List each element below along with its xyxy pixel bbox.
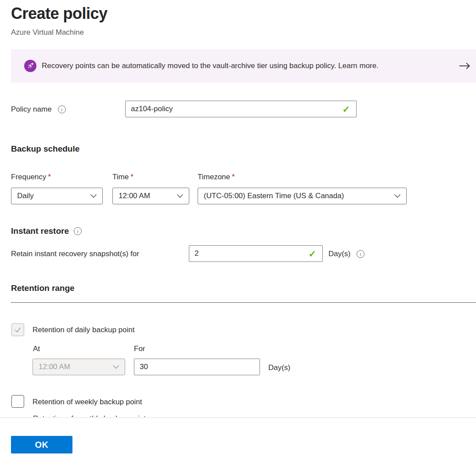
frequency-dropdown[interactable]: Daily — [11, 188, 103, 204]
daily-for-input-wrap — [134, 359, 260, 375]
policy-name-label: Policy name — [11, 105, 52, 114]
footer-bar: OK — [0, 417, 476, 457]
time-dropdown[interactable]: 12:00 AM — [112, 188, 189, 204]
valid-check-icon: ✓ — [342, 105, 356, 114]
at-label: At — [33, 345, 40, 353]
weekly-retention-checkbox[interactable] — [11, 395, 24, 408]
snapshot-days-input-wrap: ✓ — [189, 245, 323, 262]
chevron-down-icon — [177, 194, 184, 198]
frequency-label: Frequency* — [11, 173, 51, 181]
info-icon[interactable]: i — [74, 227, 82, 235]
banner-text: Recovery points can be automatically mov… — [42, 49, 379, 83]
timezone-label: Timezone* — [198, 173, 235, 181]
required-marker: * — [232, 173, 235, 181]
policy-name-label-row: Policy name i — [11, 105, 66, 114]
required-marker: * — [130, 173, 133, 181]
time-value: 12:00 AM — [119, 192, 150, 200]
arrow-right-icon[interactable] — [458, 49, 471, 83]
section-divider — [11, 302, 476, 303]
frequency-value: Daily — [17, 192, 34, 200]
retention-range-heading: Retention range — [11, 283, 75, 293]
daily-retention-checkbox — [11, 323, 24, 336]
clipped-next-section-text: Retention of monthly backup point — [33, 413, 182, 417]
instant-restore-heading: Instant restore i — [11, 226, 82, 236]
daily-retention-label: Retention of daily backup point — [32, 326, 135, 334]
weekly-retention-label: Retention of weekly backup point — [32, 398, 142, 406]
daily-at-dropdown: 12:00 AM — [32, 359, 125, 375]
daily-days-unit-label: Day(s) — [268, 363, 290, 372]
valid-check-icon: ✓ — [308, 249, 322, 258]
rocket-icon — [24, 60, 36, 72]
chevron-down-icon — [394, 194, 401, 198]
daily-at-value: 12:00 AM — [39, 363, 70, 371]
timezone-value: (UTC-05:00) Eastern Time (US & Canada) — [204, 192, 344, 200]
required-marker: * — [48, 173, 51, 181]
info-icon[interactable]: i — [58, 105, 66, 113]
daily-for-input[interactable] — [134, 363, 260, 371]
retain-snapshot-label: Retain instant recovery snapshot(s) for — [11, 250, 139, 258]
time-label: Time* — [112, 173, 133, 181]
vault-archive-banner: Recovery points can be automatically mov… — [11, 49, 476, 83]
ok-button[interactable]: OK — [11, 436, 72, 453]
info-icon[interactable]: i — [357, 250, 364, 258]
days-unit-label: Day(s) — [328, 250, 350, 258]
page-subtitle: Azure Virtual Machine — [11, 28, 84, 37]
snapshot-days-unit-row: Day(s) i — [328, 250, 364, 258]
backup-schedule-heading: Backup schedule — [11, 144, 79, 154]
policy-name-input[interactable] — [126, 105, 342, 113]
policy-name-input-wrap: ✓ — [125, 101, 357, 117]
chevron-down-icon — [90, 194, 97, 198]
page-title: Create policy — [11, 4, 108, 23]
snapshot-days-input[interactable] — [189, 249, 308, 258]
chevron-down-icon — [112, 365, 119, 369]
create-policy-blade: Create policy Azure Virtual Machine Reco… — [0, 0, 476, 457]
timezone-dropdown[interactable]: (UTC-05:00) Eastern Time (US & Canada) — [198, 188, 407, 204]
for-label: For — [134, 345, 145, 353]
